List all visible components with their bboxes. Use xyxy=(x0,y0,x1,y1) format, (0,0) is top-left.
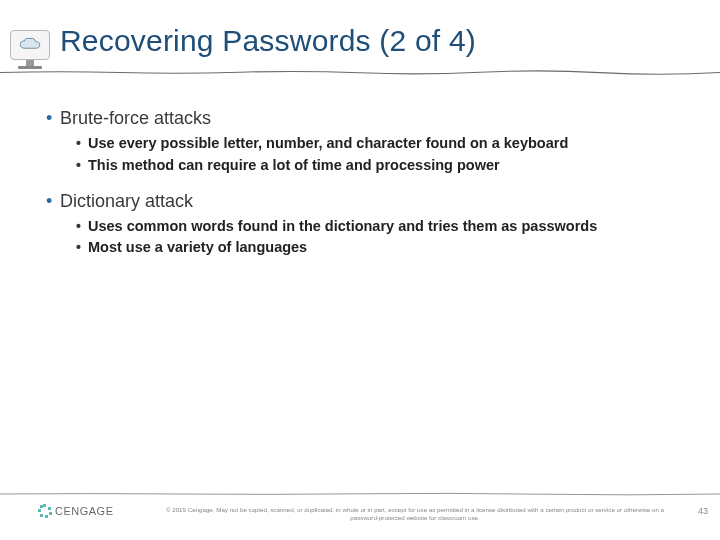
sub-bullet: This method can require a lot of time an… xyxy=(76,155,680,177)
brand-logo: CENGAGE xyxy=(38,504,114,518)
sub-list: Use every possible letter, number, and c… xyxy=(46,133,680,177)
page-number: 43 xyxy=(698,506,708,516)
slide-footer: CENGAGE © 2019 Cengage. May not be copie… xyxy=(0,492,720,540)
bullet-brute-force: Brute-force attacks xyxy=(46,108,680,129)
sub-list: Uses common words found in the dictionar… xyxy=(46,216,680,260)
footer-divider xyxy=(0,492,720,496)
header-divider xyxy=(0,70,720,75)
cloud-monitor-icon xyxy=(10,30,50,60)
slide-content: Brute-force attacks Use every possible l… xyxy=(0,72,720,259)
slide-header: Recovering Passwords (2 of 4) xyxy=(0,0,720,72)
burst-icon xyxy=(38,504,52,518)
sub-bullet: Uses common words found in the dictionar… xyxy=(76,216,680,238)
bullet-dictionary: Dictionary attack xyxy=(46,191,680,212)
copyright-text: © 2019 Cengage. May not be copied, scann… xyxy=(160,506,670,522)
sub-bullet: Most use a variety of languages xyxy=(76,237,680,259)
page-title: Recovering Passwords (2 of 4) xyxy=(60,0,720,58)
brand-text: CENGAGE xyxy=(55,505,114,517)
sub-bullet: Use every possible letter, number, and c… xyxy=(76,133,680,155)
monitor-base xyxy=(18,66,42,69)
